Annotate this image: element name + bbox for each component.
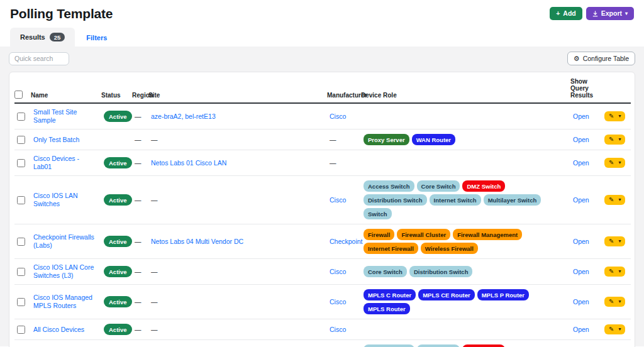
- column-header-device-role[interactable]: Device Role: [361, 72, 570, 103]
- device-role-badge[interactable]: Core Switch: [417, 344, 460, 347]
- search-input[interactable]: [9, 52, 69, 65]
- open-query-results-link[interactable]: Open: [573, 298, 589, 306]
- tab-filters[interactable]: Filters: [75, 29, 118, 47]
- open-query-results-link[interactable]: Open: [573, 268, 589, 275]
- edit-pencil-icon[interactable]: ✎: [609, 197, 614, 203]
- status-cell: Active: [101, 319, 132, 340]
- row-checkbox[interactable]: [17, 159, 25, 167]
- row-checkbox[interactable]: [17, 268, 25, 276]
- site-value: —: [151, 196, 158, 204]
- open-query-results-link[interactable]: Open: [573, 238, 589, 245]
- edit-dropdown-chevron-icon[interactable]: ▾: [618, 327, 621, 332]
- device-role-badge[interactable]: DMZ Switch: [462, 180, 505, 192]
- row-checkbox[interactable]: [17, 196, 25, 204]
- device-role-badge[interactable]: Firewall: [364, 229, 394, 240]
- column-header-site[interactable]: Site: [148, 72, 327, 103]
- device-role-badge[interactable]: DMZ Switch: [462, 344, 505, 347]
- manufacturer-value[interactable]: Checkpoint: [330, 238, 363, 245]
- site-value[interactable]: aze-braA2, bel-retE13: [151, 113, 216, 120]
- row-name-link[interactable]: All Cisco Devices: [33, 326, 84, 334]
- manufacturer-value[interactable]: Cisco: [330, 196, 346, 204]
- row-name-link[interactable]: Cisco IOS LAN Core Switches (L3): [33, 263, 99, 280]
- edit-dropdown-chevron-icon[interactable]: ▾: [618, 160, 621, 165]
- edit-pencil-icon[interactable]: ✎: [609, 268, 614, 275]
- row-checkbox[interactable]: [17, 238, 25, 246]
- column-header-show-query-results[interactable]: Show Query Results: [570, 72, 602, 103]
- device-role-badge[interactable]: WAN Router: [412, 134, 455, 145]
- open-query-results-link[interactable]: Open: [573, 159, 589, 167]
- device-role-badge[interactable]: Access Switch: [364, 344, 414, 347]
- manufacturer-value[interactable]: Cisco: [330, 298, 346, 306]
- add-button[interactable]: + Add: [550, 7, 582, 20]
- row-checkbox[interactable]: [17, 326, 25, 334]
- device-role-badge[interactable]: MPLS CE Router: [418, 289, 474, 300]
- device-role-badge[interactable]: Multilayer Switch: [484, 194, 541, 206]
- device-role-badge[interactable]: Distribution Switch: [364, 194, 427, 206]
- edit-dropdown-chevron-icon[interactable]: ▾: [618, 197, 621, 202]
- edit-pencil-icon[interactable]: ✎: [609, 136, 614, 143]
- row-name-link[interactable]: Cisco IOS LAN Switches: [33, 192, 99, 208]
- status-cell: Active: [101, 176, 132, 224]
- table-row: Only Test Batch — — — Proxy ServerWAN Ro…: [14, 129, 631, 150]
- device-role-badge[interactable]: Firewall Cluster: [397, 229, 450, 240]
- device-role-badge[interactable]: MPLS P Router: [477, 289, 529, 300]
- edit-dropdown-chevron-icon[interactable]: ▾: [618, 137, 621, 142]
- edit-dropdown-chevron-icon[interactable]: ▾: [618, 299, 621, 304]
- gear-icon: ⚙: [574, 55, 580, 62]
- manufacturer-value[interactable]: Cisco: [330, 113, 346, 120]
- device-role-badge[interactable]: Wireless Firewall: [421, 243, 478, 254]
- export-button[interactable]: Export ▾: [586, 7, 634, 20]
- site-value[interactable]: Netos Labs 01 Cisco LAN: [151, 159, 226, 167]
- device-role-badge[interactable]: Distribution Switch: [409, 266, 473, 277]
- tab-results[interactable]: Results 25: [10, 28, 75, 47]
- edit-dropdown-chevron-icon[interactable]: ▾: [618, 239, 621, 244]
- edit-dropdown-chevron-icon[interactable]: ▾: [618, 269, 621, 274]
- device-role-badge[interactable]: Internet Firewall: [364, 243, 418, 254]
- download-icon: [592, 11, 598, 17]
- region-value: —: [135, 298, 142, 306]
- device-role-badge[interactable]: MPLS C Router: [364, 289, 416, 300]
- tab-bar: Results 25 Filters: [0, 28, 644, 47]
- row-actions: ✎ ▾: [604, 195, 625, 205]
- row-name-link[interactable]: Checkpoint Firewalls (Labs): [33, 233, 99, 250]
- device-role-badge[interactable]: Proxy Server: [364, 134, 409, 145]
- region-value: —: [135, 238, 142, 245]
- status-badge: Active: [104, 111, 132, 122]
- row-name-link[interactable]: Cisco IOS Managed MPLS Routers: [33, 294, 99, 310]
- configure-table-button[interactable]: ⚙ Configure Table: [567, 52, 635, 65]
- column-header-name[interactable]: Name: [31, 72, 101, 103]
- device-role-badge[interactable]: Internet Switch: [430, 194, 481, 206]
- column-header-region[interactable]: Region: [132, 72, 148, 103]
- device-role-badge[interactable]: Core Switch: [417, 180, 460, 192]
- site-value: —: [151, 326, 158, 333]
- column-header-status[interactable]: Status: [101, 72, 132, 103]
- edit-pencil-icon[interactable]: ✎: [609, 299, 614, 305]
- edit-pencil-icon[interactable]: ✎: [609, 160, 614, 166]
- row-checkbox[interactable]: [17, 136, 25, 144]
- edit-pencil-icon[interactable]: ✎: [609, 326, 614, 333]
- row-name-link[interactable]: Cisco Devices - Lab01: [33, 155, 99, 171]
- device-role-badge[interactable]: Core Switch: [364, 266, 407, 277]
- device-role-badge[interactable]: Switch: [364, 208, 392, 219]
- column-header-manufacturer[interactable]: Manufacturer: [327, 72, 361, 103]
- row-checkbox[interactable]: [17, 298, 25, 306]
- edit-pencil-icon[interactable]: ✎: [609, 238, 614, 245]
- open-query-results-link[interactable]: Open: [573, 326, 589, 333]
- open-query-results-link[interactable]: Open: [573, 136, 589, 143]
- device-role-badge[interactable]: Access Switch: [364, 180, 414, 192]
- open-query-results-link[interactable]: Open: [573, 113, 589, 120]
- device-role-badge[interactable]: MPLS Router: [364, 303, 410, 314]
- edit-pencil-icon[interactable]: ✎: [609, 113, 614, 119]
- row-name-link[interactable]: Small Test Site Sample: [33, 108, 99, 124]
- status-cell: Active: [101, 224, 132, 259]
- manufacturer-value[interactable]: Cisco: [330, 326, 346, 333]
- row-name-link[interactable]: Only Test Batch: [33, 136, 79, 144]
- results-table: Name Status Region Site Manufacturer Dev…: [14, 72, 631, 347]
- row-checkbox[interactable]: [17, 113, 25, 121]
- edit-dropdown-chevron-icon[interactable]: ▾: [618, 114, 621, 119]
- open-query-results-link[interactable]: Open: [573, 196, 589, 204]
- manufacturer-value[interactable]: Cisco: [330, 268, 346, 275]
- device-role-badge[interactable]: Firewall Management: [453, 229, 522, 240]
- site-value[interactable]: Netos Labs 04 Multi Vendor DC: [151, 238, 243, 245]
- select-all-checkbox[interactable]: [14, 91, 23, 99]
